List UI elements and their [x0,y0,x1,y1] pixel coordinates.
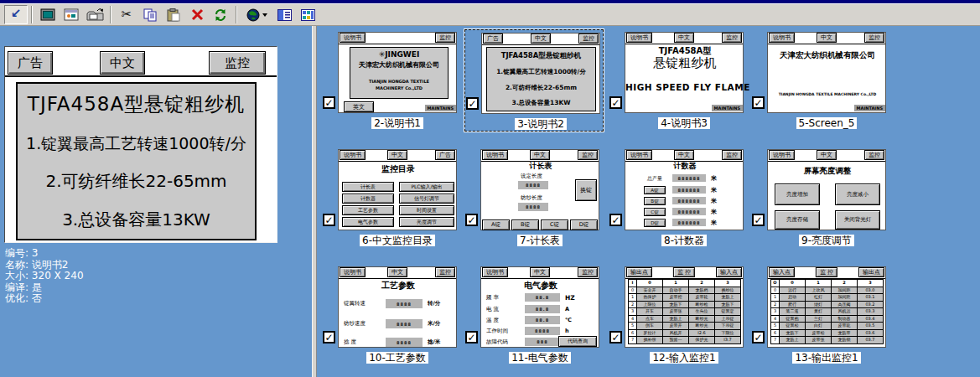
io-point-cell: 断纱光 [689,323,715,330]
screen-checkbox[interactable]: ✓ [609,331,622,343]
select-tool-button[interactable]: ↙ [4,5,28,24]
mini-tab-strip: 说明书中文监控 [481,267,599,279]
screen-checkbox[interactable]: ✓ [465,214,478,226]
new-screen-icon [40,8,55,21]
paste-button[interactable] [162,5,185,24]
io-point-cell: 制动器 [832,315,858,323]
mini-tab-strip: 说明书中文监控 [768,33,885,44]
io-table-header-cell: 3 [715,280,741,287]
mini-tab: 说明书 [340,267,366,277]
mini-text-line: 2.可纺纤维长22-65mm [506,84,577,92]
screen-thumbnail-9-亮度调节[interactable]: 说明书中文监控屏幕亮度调整亮度增加亮度减小亮度存储关闭背光灯✓9-亮度调节 [751,147,890,249]
mini-tab: 说明书 [482,267,508,277]
mini-button: 亮度减小 [835,183,880,205]
io-point-cell: 断纱检 [689,301,715,308]
screen-checkbox[interactable]: ✓ [609,96,622,109]
screen-name-label: 9-亮度调节 [767,231,886,248]
mini-button: PLC输入/输出 [399,182,454,192]
screen-thumbnail-7-计长表[interactable]: 说明书中文监控计长表设定长度8888换锭纺纱长度8888A锭B锭C锭D锭✓7-计… [464,147,604,249]
screen-checkbox[interactable]: ✓ [323,214,335,226]
screen-name-text: 2-说明书1 [371,117,423,129]
mini-screen: 说明书中文监控计数器总产量888888米A锭888888米B锭888888米C锭… [625,149,744,230]
unit-label: 米/分 [428,320,440,328]
toolbar-separator [236,6,237,23]
screen-checkbox[interactable]: ✓ [323,96,335,109]
unit-label: 米 [711,219,717,227]
mini-tab: 中文 [530,150,550,160]
mini-text-line: TJFA458A型 [625,46,744,55]
io-points-table: O01230运行上吹风加间距03.01启动红灯加间距03.12爬行绿灯高压阀03… [770,279,884,344]
screen-thumbnail-3-说明书2[interactable]: 广告中文监控TJFA458A型悬锭粗纱机1.锭翼最高工艺转速1000转/分2.可… [464,29,604,132]
value-display: 8888 [386,338,423,347]
mini-text-line: 天津宏大纺织机械有限公司 [768,51,887,59]
screen-thumbnail-8-计数器[interactable]: 说明书中文监控计数器总产量888888米A锭888888米B锭888888米C锭… [609,147,748,249]
corner-label: MAINTAINS [712,105,743,111]
toolbar-separator [31,6,33,23]
panel-divider[interactable] [312,26,317,377]
screen-name-label: 8-计数器 [625,231,744,248]
globe-dropdown-arrow-icon[interactable] [262,13,267,17]
value-display: 8888 [386,299,423,308]
delete-button[interactable] [185,5,209,24]
io-table-header-cell: O [771,280,780,287]
grid-view-button[interactable] [296,5,319,24]
screen-checkbox[interactable]: ✓ [752,331,765,343]
mini-tab: 监控 [722,150,742,160]
delete-x-icon [191,8,204,21]
cut-button[interactable]: ✂ [115,5,138,24]
mini-tab: 监 控 [673,267,695,277]
screen-thumbnail-2-说明书1[interactable]: 说明书监控✳JINGWEI天津宏大纺织机械有限公司TIANJIN HONGDA … [322,29,461,132]
refresh-icon [214,8,227,22]
screen-checkbox[interactable]: ✓ [752,214,765,226]
language-globe-button[interactable] [241,5,272,24]
new-screen-button[interactable] [36,5,60,24]
mini-button: A锭 [644,186,666,194]
refresh-button[interactable] [209,5,232,24]
io-point-cell: 龙筋下 [663,301,689,308]
screen-checkbox[interactable]: ✓ [323,331,335,343]
preview-chinese-button: 中文 [100,51,145,75]
property-line: 名称: 说明书2 [5,260,84,271]
screen-thumbnail-13-输出监控1[interactable]: 输入点监 控输出点O01230运行上吹风加间距03.01启动红灯加间距03.12… [751,264,890,366]
copy-button[interactable] [138,5,162,24]
preview-monitor-button: 监控 [209,51,266,75]
screen-thumbnail-12-输入监控1[interactable]: 输出点监 控输入点I01230安全开自动手龙筋档换纱位1热保护皮带控皮带轮龙筋上… [609,264,748,366]
value-display: 8888 [518,181,548,189]
screen-checkbox[interactable]: ✓ [466,97,479,110]
form-view-button[interactable] [272,5,296,24]
screen-thumbnail-4-说明书3[interactable]: 说明书中文监控TJFA458A型悬锭粗纱机HIGH SPEED FLY FLAM… [609,29,748,132]
io-point-cell: 龙筋上 [780,337,806,344]
screen-name-text: 8-计数器 [661,235,707,246]
mini-button: D锭 [570,219,598,230]
io-row-number: 7 [629,337,637,344]
mini-screen-body: 工艺参数锭翼转速8888转/分纺纱速度8888米/分捻 度8888捻/米 [339,279,458,348]
screen-checkbox[interactable]: ✓ [609,214,622,226]
screen-name-text: 9-亮度调节 [799,235,854,246]
mini-tab-strip: 输出点监 控输入点 [625,267,743,279]
io-points-table: I01230安全开自动手龙筋档换纱位1热保护皮带控皮带轮龙筋上2上限位龙筋下断纱… [628,279,741,344]
io-row-number: 0 [629,287,637,294]
screen-thumbnail-11-电气参数[interactable]: 说明书中文监控电气参数频 率88.8HZ电 流88.8A温 度88.8℃工作时间… [464,264,604,366]
screen-thumbnail-6-中文监控目录[interactable]: 说明书中文广告监控目录计长表计数器工艺参数电气参数PLC输入/输出信号灯调节时间… [322,147,461,249]
io-row-number: 6 [771,329,780,337]
screen-thumbnail-5-Screen_5[interactable]: 说明书中文监控天津宏大纺织机械有限公司TIANJIN HONGDA TEXTIL… [751,29,890,132]
mini-tab: 输出点 [626,267,652,277]
mini-tab-strip: 说明书中文监控 [625,33,743,44]
mini-button: 换锭 [575,179,597,201]
mini-tab: 中文 [387,267,407,277]
mini-button: C锭 [541,219,568,230]
screen-checkbox[interactable]: ✓ [465,331,478,343]
mini-button: 电气参数 [342,217,394,227]
mini-tab-strip: 说明书中文监控 [339,267,456,279]
io-table-header-cell: 0 [637,280,663,287]
selected-screen-preview: 广告 中文 监控 TJFA458A型悬锭粗纱机 1.锭翼最高工艺转速1000转/… [4,46,277,243]
screen-checkbox[interactable]: ✓ [752,96,765,109]
export-screen-button[interactable] [83,5,106,24]
io-point-cell: 保护光 [689,337,715,344]
screen-thumbnail-10-工艺参数[interactable]: 说明书中文监控工艺参数锭翼转速8888转/分纺纱速度8888米/分捻 度8888… [322,264,461,366]
screen-image-button[interactable] [60,5,83,24]
io-point-cell: 龙筋上 [663,315,689,323]
mini-screen-body: TJFA458A型悬锭粗纱机1.锭翼最高工艺转速1000转/分2.可纺纤维长22… [482,45,601,114]
mini-screen: 输入点监 控输出点O01230运行上吹风加间距03.01启动红灯加间距03.12… [767,266,886,348]
mini-text-line: 悬锭粗纱机 [625,56,744,70]
